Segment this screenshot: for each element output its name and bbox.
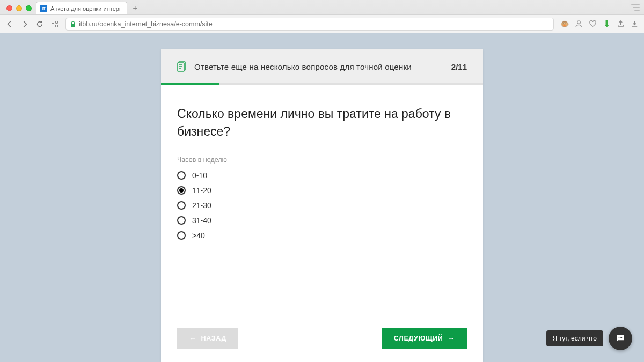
download-tray-icon[interactable] <box>630 20 639 28</box>
extension-icon[interactable]: 🐵 <box>560 20 569 28</box>
document-icon <box>177 61 187 72</box>
survey-footer: ← НАЗАД СЛЕДУЮЩИЙ → <box>177 328 467 349</box>
minimize-window-button[interactable] <box>16 5 22 11</box>
svg-point-7 <box>620 337 621 338</box>
option-0[interactable]: 0-10 <box>177 171 467 180</box>
toolbar-right: 🐵 ⬇ <box>560 20 639 28</box>
option-label: 31-40 <box>192 216 211 225</box>
chat-icon <box>615 333 626 344</box>
option-1[interactable]: 11-20 <box>177 186 467 195</box>
nav-buttons <box>5 20 59 28</box>
favicon-icon: IT <box>40 5 47 12</box>
user-icon[interactable] <box>574 20 583 28</box>
option-3[interactable]: 31-40 <box>177 216 467 225</box>
maximize-window-button[interactable] <box>26 5 32 11</box>
survey-header-text: Ответьте еще на несколько вопросов для т… <box>194 62 444 71</box>
option-2[interactable]: 21-30 <box>177 201 467 210</box>
option-label: 21-30 <box>192 201 211 210</box>
lock-icon <box>70 21 76 27</box>
url-input[interactable]: itbb.ru/ocenka_internet_biznesa/e-comm/s… <box>65 18 554 31</box>
radio-icon <box>177 171 186 180</box>
back-step-button[interactable]: ← НАЗАД <box>177 328 238 349</box>
chat-widget: Я тут, если что <box>546 327 632 350</box>
heart-icon[interactable] <box>588 20 597 28</box>
browser-chrome: IT Анкета для оценки интерне + itbb.ru/o… <box>0 0 644 33</box>
browser-tab[interactable]: IT Анкета для оценки интерне <box>36 2 127 14</box>
step-counter: 2/11 <box>451 62 467 71</box>
question-text: Сколько времени лично вы тратите на рабо… <box>177 105 467 141</box>
option-label: 0-10 <box>192 171 207 180</box>
page-viewport: Ответьте еще на несколько вопросов для т… <box>0 33 644 362</box>
share-icon[interactable] <box>616 20 625 28</box>
url-text: itbb.ru/ocenka_internet_biznesa/e-comm/s… <box>79 20 213 28</box>
svg-point-8 <box>621 337 623 338</box>
survey-card: Ответьте еще на несколько вопросов для т… <box>161 49 483 362</box>
arrow-left-icon: ← <box>189 334 197 343</box>
tab-title: Анкета для оценки интерне <box>50 5 121 12</box>
options-group: 0-1011-2021-3031-40>40 <box>177 171 467 240</box>
close-window-button[interactable] <box>6 5 12 11</box>
radio-icon <box>177 201 186 210</box>
tab-overflow-icon[interactable] <box>631 4 640 11</box>
address-bar: itbb.ru/ocenka_internet_biznesa/e-comm/s… <box>0 15 644 33</box>
next-step-button[interactable]: СЛЕДУЮЩИЙ → <box>382 328 467 349</box>
new-tab-button[interactable]: + <box>129 2 141 13</box>
option-4[interactable]: >40 <box>177 231 467 240</box>
question-sublabel: Часов в неделю <box>177 156 467 164</box>
svg-point-6 <box>619 337 620 338</box>
survey-header: Ответьте еще на несколько вопросов для т… <box>161 49 483 83</box>
svg-point-0 <box>577 21 580 24</box>
radio-icon <box>177 216 186 225</box>
svg-rect-2 <box>178 63 184 71</box>
apps-grid-icon[interactable] <box>50 20 59 28</box>
progress-bar <box>161 83 483 85</box>
survey-body: Сколько времени лично вы тратите на рабо… <box>161 85 483 362</box>
option-label: >40 <box>192 231 205 240</box>
radio-icon <box>177 186 186 195</box>
back-button-label: НАЗАД <box>201 335 226 342</box>
option-label: 11-20 <box>192 186 211 195</box>
window-controls <box>3 5 36 14</box>
tab-bar: IT Анкета для оценки интерне + <box>0 0 644 15</box>
next-button-label: СЛЕДУЮЩИЙ <box>394 335 443 342</box>
arrow-right-icon: → <box>447 334 455 343</box>
forward-button[interactable] <box>20 20 29 28</box>
chat-tooltip: Я тут, если что <box>546 330 603 346</box>
reload-button[interactable] <box>35 20 44 28</box>
chat-button[interactable] <box>609 327 632 350</box>
back-button[interactable] <box>5 20 14 28</box>
download-arrow-icon[interactable]: ⬇ <box>602 20 611 28</box>
progress-fill <box>161 83 219 85</box>
radio-icon <box>177 231 186 240</box>
